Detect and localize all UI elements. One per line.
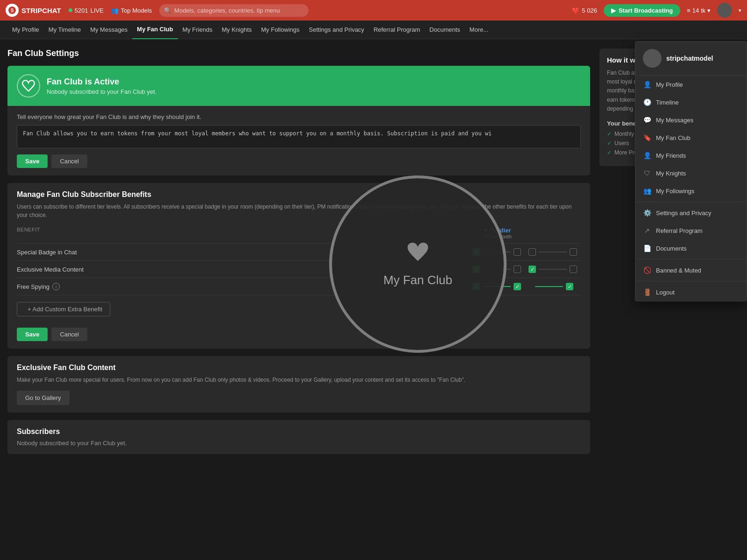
dropdown-item-settings[interactable]: ⚙️ Settings and Privacy [635, 204, 747, 222]
share-icon: ↗ [643, 226, 651, 235]
dropdown-item-logout[interactable]: 🚪 Logout [635, 283, 747, 301]
dropdown-divider-1 [635, 202, 747, 202]
add-benefit-button[interactable]: + Add Custom Extra Benefit [17, 302, 110, 316]
benefits-header: BENEFIT ▼ Soldier 100 tk/month [17, 227, 581, 243]
checkbox-badge-2[interactable] [525, 248, 581, 256]
following-icon: 👥 [643, 187, 651, 195]
checkbox-icon-unchecked [514, 248, 521, 256]
logout-icon: 🚪 [643, 288, 651, 296]
heart-icon: ❤️ [572, 7, 579, 14]
triangle-icon: ▼ [483, 227, 489, 234]
friends-icon: 👤 [643, 151, 651, 160]
dropdown-item-my-profile[interactable]: 👤 My Profile [635, 76, 747, 93]
subnav-item-more[interactable]: More... [465, 21, 493, 39]
logo-text: STRIPCHAT [21, 7, 61, 14]
tier-soldier-col: ▼ Soldier 100 tk/month [469, 227, 525, 239]
dropdown-item-banned[interactable]: 🚫 Banned & Muted [635, 261, 747, 279]
description-cancel-button[interactable]: Cancel [51, 154, 87, 168]
checkbox-spying-2[interactable]: ✓ [525, 283, 581, 290]
benefit-row-badge: Special Badge in Chat ✓ [17, 243, 581, 260]
subnav-item-my-fan-club[interactable]: My Fan Club [132, 21, 177, 39]
subnav-item-my-friends[interactable]: My Friends [178, 21, 217, 39]
dropdown-item-fan-club[interactable]: 🔖 My Fan Club [635, 129, 747, 147]
dropdown-label-knights: My Knights [656, 170, 686, 177]
info-icon-spying[interactable]: i [52, 283, 60, 290]
person-icon: 👤 [643, 80, 651, 89]
tier-col-2 [525, 227, 581, 239]
description-save-button[interactable]: Save [17, 154, 48, 168]
fan-club-icon [17, 74, 40, 98]
search-input[interactable] [159, 4, 309, 17]
checkbox-icon-checked: ✓ [472, 248, 480, 256]
search-icon: 🔍 [164, 7, 171, 14]
checkbox-badge-1[interactable]: ✓ [469, 248, 525, 256]
subnav-item-my-messages[interactable]: My Messages [85, 21, 132, 39]
play-icon: ▶ [611, 7, 616, 14]
checkbox-media-1[interactable]: ✓ [469, 266, 525, 273]
dropdown-label-fanclub: My Fan Club [656, 134, 691, 141]
checkbox-media-2[interactable]: ✓ [525, 266, 581, 273]
dropdown-label-friends: My Friends [656, 152, 686, 159]
subnav-item-my-knights[interactable]: My Knights [217, 21, 256, 39]
dropdown-item-documents[interactable]: 📄 Documents [635, 239, 747, 257]
message-icon: 💬 [643, 116, 651, 124]
benefits-save-button[interactable]: Save [17, 328, 48, 341]
logo-icon: S [6, 4, 19, 17]
fan-club-active-card: Fan Club is Active Nobody subscribed to … [7, 66, 590, 175]
benefit-row-media: Exclusive Media Content ✓ ✓ [17, 260, 581, 278]
check-icon-3: ✓ [607, 149, 612, 156]
topbar: S STRIPCHAT 5201 LIVE 👥 Top Models 🔍 ❤️ … [0, 0, 747, 21]
dropdown-label-banned: Banned & Muted [656, 267, 701, 274]
settings-icon: ⚙️ [643, 209, 651, 217]
subnav-item-my-followings[interactable]: My Followings [256, 21, 304, 39]
benefits-title: Manage Fan Club Subscriber Benefits [17, 190, 581, 199]
left-panel: Fan Club Settings Fan Club is Active Nob… [7, 49, 590, 462]
slider-badge-2 [539, 252, 567, 252]
broadcast-label: Start Broadcasting [619, 7, 673, 14]
benefits-btn-row: Save Cancel [17, 328, 581, 341]
dropdown-item-friends[interactable]: 👤 My Friends [635, 147, 747, 164]
subnav-item-my-timeline[interactable]: My Timeline [44, 21, 85, 39]
description-textarea[interactable]: Fan Club allows you to earn tokens from … [17, 125, 581, 148]
dropdown-item-messages[interactable]: 💬 My Messages [635, 111, 747, 129]
slider-media-2 [539, 269, 567, 270]
logo[interactable]: S STRIPCHAT [6, 4, 61, 17]
subnav-item-referral[interactable]: Referral Program [369, 21, 425, 39]
benefit-name-badge: Special Badge in Chat [17, 249, 469, 256]
heart-tokens: ❤️ 5 026 [572, 7, 597, 14]
user-avatar[interactable] [717, 3, 732, 18]
avatar-chevron-icon[interactable]: ▾ [739, 7, 741, 14]
dropdown-label-followings: My Followings [656, 188, 694, 195]
shield-icon: 🛡 [643, 169, 651, 177]
slider-spying-1 [483, 286, 511, 287]
dropdown-item-timeline[interactable]: 🕐 Timeline [635, 93, 747, 111]
dropdown-item-referral[interactable]: ↗ Referral Program [635, 222, 747, 239]
dropdown-item-followings[interactable]: 👥 My Followings [635, 182, 747, 200]
fan-club-active-text: Fan Club is Active Nobody subscribed to … [47, 77, 157, 95]
add-benefit-row: + Add Custom Extra Benefit [17, 295, 581, 323]
top-models[interactable]: 👥 Top Models [111, 7, 152, 14]
subnav-item-settings[interactable]: Settings and Privacy [304, 21, 369, 39]
checkbox-media-checked: ✓ [472, 266, 480, 273]
checkbox-spying-checked-3: ✓ [566, 283, 573, 290]
dropdown-label-documents: Documents [656, 245, 687, 252]
slider-spying-2 [535, 286, 563, 287]
benefits-cancel-button[interactable]: Cancel [51, 328, 87, 341]
benefit-name-spying: Free Spying i [17, 283, 469, 290]
fan-club-active-title: Fan Club is Active [47, 77, 157, 87]
checkbox-media-checked-2: ✓ [529, 266, 536, 273]
dropdown-item-knights[interactable]: 🛡 My Knights [635, 164, 747, 182]
benefit-text-2: Users [614, 140, 629, 147]
tk-badge: ≡ 14 tk ▾ [687, 7, 711, 14]
subnav-item-documents[interactable]: Documents [425, 21, 465, 39]
dropdown-label-profile: My Profile [656, 81, 683, 88]
live-count: 5201 [75, 7, 88, 14]
benefits-section: Manage Fan Club Subscriber Benefits User… [7, 183, 590, 349]
broadcast-button[interactable]: ▶ Start Broadcasting [604, 4, 680, 17]
checkbox-spying-1[interactable]: ✓ ✓ [469, 283, 525, 290]
benefits-table: BENEFIT ▼ Soldier 100 tk/month [17, 227, 581, 323]
subnav-item-my-profile[interactable]: My Profile [7, 21, 44, 39]
slider-badge [483, 252, 511, 252]
top-models-label: Top Models [121, 7, 152, 14]
go-to-gallery-button[interactable]: Go to Gallery [17, 391, 70, 405]
